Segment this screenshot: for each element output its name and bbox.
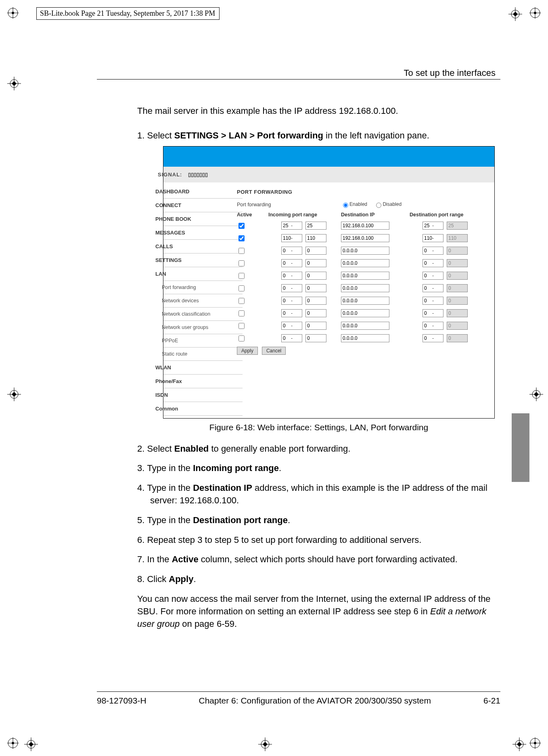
thumb-tab (512, 413, 529, 482)
nav-static-route[interactable]: Static route (163, 348, 243, 361)
nav-isdn[interactable]: ISDN (163, 388, 243, 402)
pf-active-checkbox[interactable] (238, 323, 245, 329)
pf-in-start[interactable] (281, 222, 302, 230)
pf-in-start[interactable] (281, 309, 302, 317)
pf-row: - - (250, 247, 487, 255)
nav-settings[interactable]: SETTINGS (163, 253, 243, 267)
pf-out-start[interactable] (423, 259, 443, 267)
pf-row: - - (250, 259, 487, 268)
pf-active-checkbox[interactable] (238, 235, 245, 241)
pf-dest-ip[interactable] (341, 297, 389, 305)
pf-in-end[interactable] (305, 334, 326, 342)
figure-caption: Figure 6-18: Web interface: Settings, LA… (150, 423, 500, 432)
webui-nav: DASHBOARD CONNECT PHONE BOOK MESSAGES CA… (163, 182, 243, 418)
pf-out-end (447, 322, 468, 330)
pf-in-end[interactable] (305, 259, 326, 267)
pf-in-end[interactable] (305, 272, 326, 280)
step-4: Type in the Destination IP address, whic… (137, 482, 500, 507)
pf-dest-ip[interactable] (341, 234, 389, 242)
pf-active-checkbox[interactable] (238, 298, 245, 304)
nav-pppoe[interactable]: PPPoE (163, 334, 243, 348)
pf-in-start[interactable] (281, 297, 302, 305)
pf-in-end[interactable] (305, 322, 326, 330)
nav-calls[interactable]: CALLS (163, 240, 243, 253)
pf-dest-ip[interactable] (341, 259, 389, 267)
step-5: Type in the Destination port range. (137, 514, 500, 527)
pf-dest-ip[interactable] (341, 334, 389, 342)
nav-network-user-groups[interactable]: Network user groups (163, 321, 243, 334)
pf-dest-ip[interactable] (341, 322, 389, 330)
svg-marker-15 (12, 81, 17, 86)
pf-out-start[interactable] (423, 222, 443, 230)
pf-in-start[interactable] (281, 334, 302, 342)
pf-active-checkbox[interactable] (238, 285, 245, 291)
footer-chapter: Chapter 6: Configuration of the AVIATOR … (199, 696, 431, 706)
pf-enabled-radio[interactable]: Enabled (341, 201, 367, 207)
pf-in-end[interactable] (305, 247, 326, 255)
footer-docnum: 98-127093-H (97, 696, 146, 706)
pf-in-start[interactable] (281, 259, 302, 267)
pf-row: - - (250, 234, 487, 243)
pf-dest-ip[interactable] (341, 284, 389, 292)
pf-row: - - (250, 309, 487, 318)
svg-marker-19 (12, 392, 17, 397)
svg-marker-11 (513, 12, 518, 17)
pf-in-end[interactable] (305, 234, 326, 242)
nav-messages[interactable]: MESSAGES (163, 226, 243, 240)
svg-marker-35 (263, 742, 268, 747)
nav-network-devices[interactable]: Network devices (163, 294, 243, 308)
pf-dest-ip[interactable] (341, 272, 389, 280)
nav-phonebook[interactable]: PHONE BOOK (163, 212, 243, 226)
registration-mark-icon (7, 737, 19, 749)
pf-out-start[interactable] (423, 334, 443, 342)
pf-out-end (447, 234, 468, 242)
pf-out-start[interactable] (423, 322, 443, 330)
pf-in-end[interactable] (305, 297, 326, 305)
pf-out-start[interactable] (423, 284, 443, 292)
nav-wlan[interactable]: WLAN (163, 361, 243, 375)
nav-connect[interactable]: CONNECT (163, 199, 243, 212)
nav-phone-fax[interactable]: Phone/Fax (163, 375, 243, 388)
pf-out-start[interactable] (423, 234, 443, 242)
pf-in-end[interactable] (305, 222, 326, 230)
pf-out-end (447, 297, 468, 305)
registration-mark-icon (529, 737, 541, 749)
pf-active-checkbox[interactable] (238, 335, 245, 341)
pf-in-end[interactable] (305, 284, 326, 292)
crop-meta: SB-Lite.book Page 21 Tuesday, September … (36, 7, 220, 20)
pf-out-start[interactable] (423, 297, 443, 305)
registration-mark-icon (512, 737, 524, 749)
registration-mark-icon (7, 387, 19, 399)
pf-out-start[interactable] (423, 247, 443, 255)
step-2: Select Enabled to generally enable port … (137, 443, 500, 455)
pf-row: - - (250, 297, 487, 305)
nav-network-classification[interactable]: Network classification (163, 308, 243, 321)
pf-out-start[interactable] (423, 272, 443, 280)
apply-button[interactable]: Apply (237, 347, 258, 355)
pf-dest-ip[interactable] (341, 222, 389, 230)
pf-in-start[interactable] (281, 284, 302, 292)
pf-active-checkbox[interactable] (238, 248, 245, 254)
nav-common[interactable]: Common (163, 402, 243, 416)
pf-out-end (447, 247, 468, 255)
step-8: Click Apply. (137, 573, 500, 586)
pf-active-checkbox[interactable] (238, 310, 245, 316)
nav-dashboard[interactable]: DASHBOARD (163, 185, 243, 199)
pf-in-start[interactable] (281, 322, 302, 330)
pf-in-start[interactable] (281, 234, 302, 242)
cancel-button[interactable]: Cancel (262, 347, 286, 355)
nav-port-forwarding[interactable]: Port forwarding (163, 281, 243, 294)
pf-dest-ip[interactable] (341, 247, 389, 255)
pf-in-start[interactable] (281, 247, 302, 255)
pf-in-end[interactable] (305, 309, 326, 317)
pf-out-start[interactable] (423, 309, 443, 317)
pf-dest-ip[interactable] (341, 309, 389, 317)
pf-in-start[interactable] (281, 272, 302, 280)
pf-active-checkbox[interactable] (238, 273, 245, 279)
pf-disabled-radio[interactable]: Disabled (374, 201, 402, 207)
svg-marker-31 (29, 742, 33, 747)
nav-lan[interactable]: LAN (163, 267, 243, 281)
pf-active-checkbox[interactable] (238, 260, 245, 266)
footer-rule (97, 691, 500, 692)
pf-active-checkbox[interactable] (238, 223, 245, 229)
